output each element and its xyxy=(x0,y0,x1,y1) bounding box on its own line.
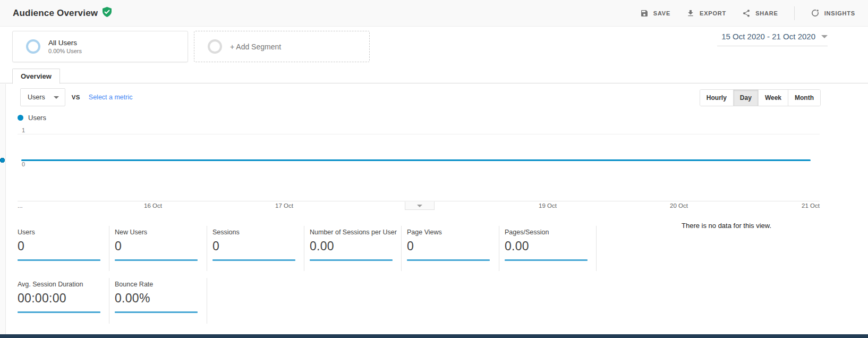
sparkline xyxy=(18,311,100,313)
save-button[interactable]: SAVE xyxy=(640,9,670,18)
x-axis-label: 19 Oct xyxy=(532,202,564,209)
chevron-down-icon xyxy=(54,96,59,99)
export-icon xyxy=(686,9,695,18)
share-label: SHARE xyxy=(755,10,778,16)
share-icon xyxy=(742,9,751,18)
add-segment-circle-icon xyxy=(208,39,222,54)
card-divider xyxy=(109,278,109,324)
data-point xyxy=(0,158,5,163)
y-axis-tick-1: 1 xyxy=(22,127,25,133)
sparkline xyxy=(212,259,295,261)
metric-dropdown[interactable]: Users xyxy=(20,88,65,106)
segment-circle-icon xyxy=(26,39,40,54)
share-button[interactable]: SHARE xyxy=(742,9,778,18)
metric-controls: Users VS Select a metric xyxy=(20,88,132,106)
scorecard-label: Sessions xyxy=(212,229,301,236)
scorecard-sessions-per-user: Number of Sessions per User 0.00 xyxy=(310,229,398,261)
scorecard-label: Bounce Rate xyxy=(115,281,203,289)
x-axis-label: 16 Oct xyxy=(137,202,169,209)
save-label: SAVE xyxy=(653,10,670,16)
toolbar-divider xyxy=(794,6,795,20)
card-divider xyxy=(207,226,207,271)
add-segment-button[interactable]: + Add Segment xyxy=(194,31,370,62)
bottom-bar xyxy=(0,334,868,338)
scorecard-label: Users xyxy=(18,229,106,236)
x-axis-label: 20 Oct xyxy=(663,202,695,209)
header-bar: Audience Overview SAVE EXPORT xyxy=(0,0,868,27)
analytics-audience-overview-page: Audience Overview SAVE EXPORT xyxy=(0,0,868,338)
granularity-button-group: Hourly Day Week Month xyxy=(700,89,821,106)
card-divider xyxy=(207,278,207,324)
vs-label: VS xyxy=(72,94,80,100)
metric-dropdown-value: Users xyxy=(28,94,45,101)
card-divider xyxy=(401,226,402,271)
scorecard-label: Pages/Session xyxy=(505,229,593,236)
page-title: Audience Overview xyxy=(13,8,98,19)
scorecard-sessions: Sessions 0 xyxy=(212,229,301,261)
insights-button[interactable]: INSIGHTS xyxy=(811,9,855,18)
verified-shield-icon xyxy=(103,7,112,19)
scorecard-value: 00:00:00 xyxy=(18,291,106,306)
segment-subtitle: 0.00% Users xyxy=(48,47,82,55)
legend-dot-icon xyxy=(18,115,23,121)
scorecard-pages-per-session: Pages/Session 0.00 xyxy=(505,229,593,261)
sparkline xyxy=(505,259,588,261)
scorecard-new-users: New Users 0 xyxy=(115,229,203,261)
sparkline xyxy=(115,259,198,261)
select-metric-link[interactable]: Select a metric xyxy=(89,94,133,101)
granularity-day-button[interactable]: Day xyxy=(733,90,758,106)
segment-all-users[interactable]: All Users 0.00% Users xyxy=(12,31,188,62)
scorecard-users: Users 0 xyxy=(18,229,106,261)
sparkline xyxy=(18,259,100,261)
tab-bar: Overview xyxy=(0,69,868,83)
tab-overview-label: Overview xyxy=(21,72,52,80)
granularity-month-button[interactable]: Month xyxy=(788,90,820,106)
insights-label: INSIGHTS xyxy=(824,10,855,16)
granularity-week-button[interactable]: Week xyxy=(758,90,788,106)
scorecard-value: 0.00% xyxy=(115,291,203,306)
segment-row: All Users 0.00% Users + Add Segment xyxy=(12,31,370,62)
date-range-selector[interactable]: 15 Oct 2020 - 21 Oct 2020 xyxy=(717,32,828,46)
chart-legend: Users xyxy=(18,114,46,122)
x-axis-label: 17 Oct xyxy=(268,202,300,209)
sparkline xyxy=(115,311,198,313)
scorecard-value: 0 xyxy=(407,239,495,254)
no-data-message: There is no data for this view. xyxy=(682,222,771,230)
granularity-hourly-button[interactable]: Hourly xyxy=(700,90,733,106)
scorecard-value: 0.00 xyxy=(310,239,398,254)
chevron-down-icon xyxy=(821,35,828,38)
scorecard-value: 0 xyxy=(212,239,301,254)
export-label: EXPORT xyxy=(700,10,726,16)
scorecard-page-views: Page Views 0 xyxy=(407,229,495,261)
title-wrap: Audience Overview xyxy=(13,7,112,19)
scorecard-label: Page Views xyxy=(407,229,495,236)
card-divider xyxy=(109,226,109,271)
y-axis-tick-0: 0 xyxy=(22,161,25,167)
chevron-down-icon xyxy=(417,205,422,207)
chart-expander-button[interactable] xyxy=(405,201,435,210)
export-button[interactable]: EXPORT xyxy=(686,9,726,18)
insights-icon xyxy=(811,9,820,18)
tab-overview[interactable]: Overview xyxy=(12,69,60,84)
scorecard-value: 0 xyxy=(115,239,203,254)
gridline xyxy=(18,134,820,134)
add-segment-label: + Add Segment xyxy=(230,43,281,51)
sparkline xyxy=(407,259,490,261)
scorecard-avg-session-duration: Avg. Session Duration 00:00:00 xyxy=(18,281,106,313)
scorecard-bounce-rate: Bounce Rate 0.00% xyxy=(115,281,203,313)
segment-text: All Users 0.00% Users xyxy=(48,38,82,55)
scorecard-label: New Users xyxy=(115,229,203,236)
header-actions: SAVE EXPORT SHARE xyxy=(640,6,855,20)
users-series-line xyxy=(21,159,811,161)
legend-series-label: Users xyxy=(28,114,46,122)
x-axis-label: ... xyxy=(18,202,23,209)
left-gutter xyxy=(0,84,5,334)
card-divider xyxy=(596,226,597,271)
x-axis-label: 21 Oct xyxy=(802,202,820,209)
card-divider xyxy=(304,226,304,271)
scorecard-value: 0 xyxy=(18,239,106,254)
sparkline xyxy=(310,259,393,261)
scorecard-label: Number of Sessions per User xyxy=(310,229,398,236)
scorecard-label: Avg. Session Duration xyxy=(18,281,106,289)
segment-title: All Users xyxy=(48,38,82,47)
